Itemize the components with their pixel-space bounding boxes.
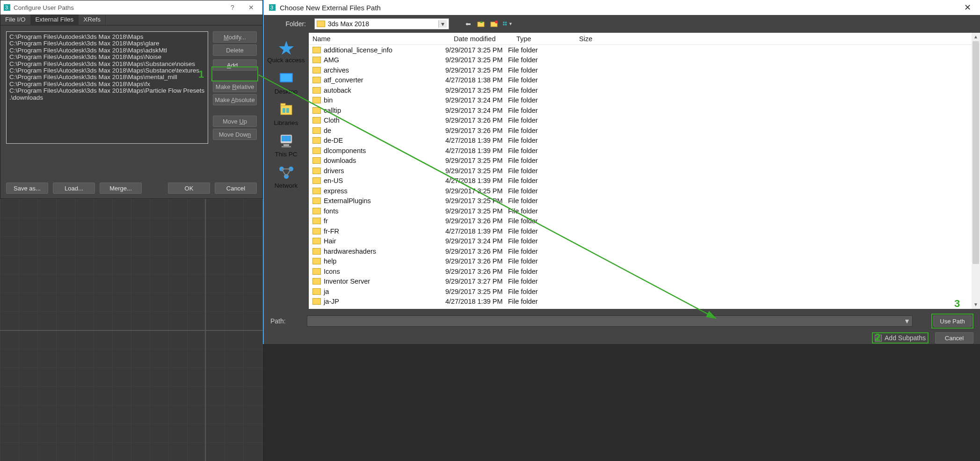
folder-row[interactable]: ExternalPlugins9/29/2017 3:25 PMFile fol…: [309, 196, 980, 206]
use-path-button[interactable]: Use Path: [933, 315, 972, 327]
view-menu-icon[interactable]: ▼: [502, 19, 513, 29]
tab-file-io[interactable]: File I/O: [0, 15, 31, 25]
file-type: File folder: [508, 107, 571, 114]
new-folder-icon[interactable]: [489, 19, 500, 29]
cancel-button[interactable]: Cancel: [935, 332, 973, 344]
place-desktop[interactable]: Desktop: [266, 69, 307, 99]
load-button[interactable]: Load...: [53, 183, 95, 194]
scrollbar[interactable]: ▲ ▼: [972, 33, 980, 309]
folder-row[interactable]: calltip9/29/2017 3:24 PMFile folder: [309, 105, 980, 116]
folder-icon: [312, 268, 321, 275]
help-button[interactable]: ?: [223, 4, 242, 11]
move-up-button[interactable]: Move Up: [213, 116, 257, 127]
up-folder-icon[interactable]: [476, 19, 486, 29]
ok-button[interactable]: OK: [168, 183, 210, 194]
path-entry[interactable]: C:\Program Files\Autodesk\3ds Max 2018\M…: [9, 40, 205, 47]
folder-row[interactable]: ja9/29/2017 3:25 PMFile folder: [309, 286, 980, 297]
folder-row[interactable]: Inventor Server9/29/2017 3:27 PMFile fol…: [309, 277, 980, 287]
folder-row[interactable]: fr9/29/2017 3:26 PMFile folder: [309, 216, 980, 227]
app-icon: 3: [269, 4, 276, 11]
folder-row[interactable]: bin9/29/2017 3:24 PMFile folder: [309, 95, 980, 106]
col-date[interactable]: Date modified: [454, 35, 516, 43]
close-button[interactable]: ✕: [957, 2, 978, 13]
folder-row[interactable]: additional_license_info9/29/2017 3:25 PM…: [309, 45, 980, 55]
make-relative-button[interactable]: Make Relative: [213, 81, 257, 92]
folder-row[interactable]: fr-FR4/27/2018 1:39 PMFile folder: [309, 226, 980, 236]
folder-icon: [312, 168, 321, 174]
folder-icon: [312, 77, 321, 83]
path-entry[interactable]: C:\Program Files\Autodesk\3ds Max 2018\M…: [9, 67, 205, 74]
scroll-down-icon[interactable]: ▼: [972, 300, 980, 309]
path-label: Path:: [270, 317, 298, 325]
folder-row[interactable]: autoback9/29/2017 3:25 PMFile folder: [309, 85, 980, 95]
folder-row[interactable]: de9/29/2017 3:26 PMFile folder: [309, 125, 980, 136]
back-icon[interactable]: ⬅: [463, 19, 473, 29]
folder-row[interactable]: Cloth9/29/2017 3:26 PMFile folder: [309, 116, 980, 126]
folder-row[interactable]: help9/29/2017 3:26 PMFile folder: [309, 256, 980, 267]
path-entry[interactable]: C:\Program Files\Autodesk\3ds Max 2018\M…: [9, 34, 205, 40]
folder-row[interactable]: en-US4/27/2018 1:39 PMFile folder: [309, 176, 980, 186]
add-button[interactable]: Add...: [213, 59, 257, 71]
scroll-up-icon[interactable]: ▲: [972, 33, 980, 41]
path-entry[interactable]: C:\Program Files\Autodesk\3ds Max 2018\M…: [9, 74, 205, 80]
modify-button[interactable]: Modify...: [213, 31, 257, 43]
path-entry[interactable]: C:\Program Files\Autodesk\3ds Max 2018\M…: [9, 61, 205, 67]
titlebar[interactable]: 3 Configure User Paths ? ✕: [0, 0, 262, 15]
tab-external-files[interactable]: External Files: [31, 15, 79, 26]
column-headers[interactable]: Name Date modified Type Size: [309, 33, 980, 45]
place-icon: [277, 39, 296, 55]
folder-row[interactable]: ja-JP4/27/2018 1:39 PMFile folder: [309, 297, 980, 307]
merge-button[interactable]: Merge...: [100, 183, 142, 194]
place-network[interactable]: Network: [266, 163, 307, 193]
delete-button[interactable]: Delete: [213, 44, 257, 56]
move-down-button[interactable]: Move Down: [213, 129, 257, 140]
make-absolute-button[interactable]: Make Absolute: [213, 94, 257, 105]
chevron-down-icon[interactable]: ▾: [438, 20, 447, 28]
place-quick-access[interactable]: Quick access: [266, 37, 307, 68]
path-entry[interactable]: .\downloads: [9, 95, 205, 101]
file-type: File folder: [508, 46, 571, 54]
folder-dropdown[interactable]: 3ds Max 2018 ▾: [314, 18, 449, 29]
svg-rect-10: [505, 24, 507, 25]
folder-row[interactable]: drivers9/29/2017 3:25 PMFile folder: [309, 166, 980, 176]
file-name: de: [324, 127, 331, 134]
titlebar[interactable]: 3 Choose New External Files Path ✕: [264, 0, 980, 15]
folder-row[interactable]: atf_converter4/27/2018 1:38 PMFile folde…: [309, 75, 980, 86]
scrollbar-thumb[interactable]: [973, 41, 979, 264]
path-entry[interactable]: C:\Program Files\Autodesk\3ds Max 2018\M…: [9, 54, 205, 60]
folder-row[interactable]: Hair9/29/2017 3:24 PMFile folder: [309, 236, 980, 247]
folder-row[interactable]: archives9/29/2017 3:25 PMFile folder: [309, 65, 980, 75]
path-input[interactable]: ▼: [307, 315, 913, 327]
file-type: File folder: [508, 96, 571, 104]
folder-row[interactable]: AMG9/29/2017 3:25 PMFile folder: [309, 55, 980, 66]
col-type[interactable]: Type: [516, 35, 579, 43]
add-subpaths-checkbox[interactable]: ✔: [875, 335, 882, 342]
folder-row[interactable]: de-DE4/27/2018 1:39 PMFile folder: [309, 136, 980, 146]
folder-row[interactable]: dlcomponents4/27/2018 1:39 PMFile folder: [309, 146, 980, 156]
place-icon: [277, 102, 296, 117]
col-name[interactable]: Name: [312, 35, 454, 43]
file-date: 9/29/2017 3:26 PM: [445, 217, 508, 225]
file-list[interactable]: additional_license_info9/29/2017 3:25 PM…: [309, 45, 980, 307]
tab-xrefs[interactable]: XRefs: [79, 15, 106, 25]
folder-row[interactable]: downloads9/29/2017 3:25 PMFile folder: [309, 156, 980, 166]
file-type: File folder: [508, 137, 571, 144]
svg-rect-21: [282, 146, 291, 147]
place-this-pc[interactable]: This PC: [266, 132, 307, 162]
path-entry[interactable]: C:\Program Files\Autodesk\3ds Max 2018\M…: [9, 88, 205, 94]
cancel-button[interactable]: Cancel: [215, 183, 257, 194]
col-size[interactable]: Size: [579, 35, 621, 43]
path-entry[interactable]: C:\Program Files\Autodesk\3ds Max 2018\M…: [9, 47, 205, 54]
folder-row[interactable]: hardwareshaders9/29/2017 3:26 PMFile fol…: [309, 246, 980, 256]
save-as-button[interactable]: Save as...: [6, 183, 48, 194]
folder-row[interactable]: Icons9/29/2017 3:26 PMFile folder: [309, 266, 980, 277]
folder-row[interactable]: fonts9/29/2017 3:25 PMFile folder: [309, 206, 980, 216]
svg-rect-20: [283, 144, 289, 146]
chevron-down-icon[interactable]: ▼: [902, 316, 912, 326]
svg-rect-9: [503, 24, 504, 25]
place-libraries[interactable]: Libraries: [266, 100, 307, 131]
paths-list[interactable]: C:\Program Files\Autodesk\3ds Max 2018\M…: [6, 31, 208, 144]
folder-row[interactable]: express9/29/2017 3:25 PMFile folder: [309, 186, 980, 196]
close-button[interactable]: ✕: [242, 4, 261, 11]
path-entry[interactable]: C:\Program Files\Autodesk\3ds Max 2018\M…: [9, 81, 205, 88]
